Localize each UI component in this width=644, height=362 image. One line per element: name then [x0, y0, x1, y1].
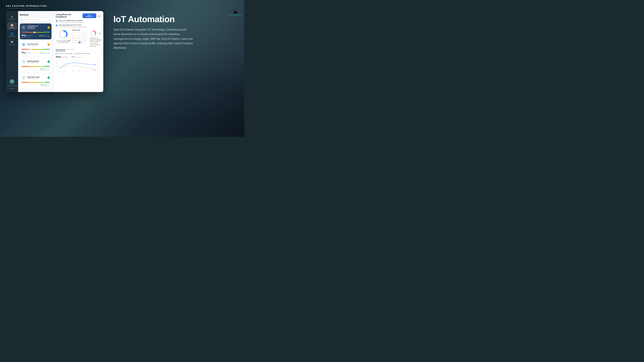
calendar-nav: ‹ › [86, 29, 87, 31]
dryer-efficiency-labels: Least Efficient Most Efficient [22, 48, 50, 49]
calendar-prev[interactable]: ‹ [86, 29, 86, 31]
ac-goal-label: Goal [39, 37, 50, 38]
svg-point-14 [94, 69, 95, 70]
suggestions-section: ⏰ Turn on at 3:50PM instead of 3:30PM we… [56, 20, 101, 28]
detail-title: Living Room Air Conditioner [56, 13, 82, 18]
dryer-device-icon: 🌀 [22, 42, 26, 47]
dryer-device-user: Boss Air-Dry 201-A [27, 45, 46, 46]
right-donut-labels: — 13% — 27% [98, 32, 101, 34]
emission-primary: 400kg CO₂e/Week [56, 55, 68, 58]
device-card-dryer[interactable]: 🌀 First Floor Dryer Boss Air-Dry 201-A !… [20, 41, 52, 56]
switch-account-label[interactable]: Switch Account Out [7, 85, 17, 86]
donut-wrap [58, 29, 68, 39]
light-efficiency-thumb [43, 82, 44, 83]
legend-dot-avg [74, 53, 75, 54]
ac-stats: 400kg CO₂e/Week Bad | Updated Apr 2 200k… [22, 34, 50, 38]
iot-description: Save Exit Glacier integrates IoT technol… [113, 27, 194, 50]
calendar-header: October 2020 ‹ › [72, 29, 87, 31]
ac-efficiency-bar [22, 32, 50, 33]
light-stat-right: 25kg CO₂e/Week Good | Updated Apr 2 [40, 84, 50, 87]
ac-device-badge: ! [48, 26, 50, 29]
header-section: KEY FEATURE INTRODUCTION [0, 0, 244, 8]
device-card-header-ac: ❄ Living Room Air Conditioner Raheem 204… [22, 25, 50, 30]
emission-secondary-unit: CO₂e/Week [75, 56, 81, 58]
sidebar: ⊞ Dashboard 🏠 Devices 👥 Teammates 🏔 Exit… [6, 11, 18, 92]
section-label: KEY FEATURE INTRODUCTION [6, 5, 238, 7]
washer-efficiency-bar [22, 66, 50, 67]
sidebar-item-devices[interactable]: 🏠 Devices [7, 22, 17, 30]
light-efficiency-wrap: Least Efficient Most Efficient [22, 81, 50, 83]
sidebar-label-dashboard: Dashboard [9, 18, 15, 20]
washer-goal-label: Very Good | Updated Apr 2 [39, 70, 50, 71]
sidebar-item-exit-glacier[interactable]: 🏔 Exit Glacier [7, 39, 17, 46]
washer-device-icon: 🫧 [22, 59, 26, 64]
washer-device-name: Washing Machine [27, 60, 46, 62]
device-card-header-dryer: 🌀 First Floor Dryer Boss Air-Dry 201-A ! [22, 42, 50, 47]
ac-stat-right: 200kg CO₂e/Week Goal [39, 35, 50, 38]
ac-efficiency-wrap: Least Efficient Most Efficient [22, 31, 50, 33]
main-layout: ⊞ Dashboard 🏠 Devices 👥 Teammates 🏔 Exit… [0, 8, 244, 92]
washer-efficiency-wrap: Least Efficient Most Efficient [22, 65, 50, 67]
apply-suggestion-button[interactable]: Apply Suggestion [82, 13, 96, 18]
ac-stat-val: 400kg [22, 34, 26, 36]
legend-avg: Average AC Emission(Today) [74, 53, 90, 54]
dryer-efficiency-wrap: Least Efficient Most Efficient [22, 48, 50, 50]
svg-text:October: October [94, 71, 96, 71]
dryer-stat-unit: CO₂e/Week [26, 52, 31, 53]
suggestion-temp: 🌡 Turn temperature from 70°F to 78°F 78°… [56, 24, 101, 27]
emission-secondary-val: 150 [71, 56, 74, 58]
emission-values: 400kg CO₂e/Week 150 CO₂e/Week [56, 55, 101, 58]
light-device-icon: 💡 [22, 75, 26, 80]
svg-text:June: June [65, 71, 66, 71]
devices-icon: 🏠 [10, 23, 14, 27]
tab-emission[interactable]: Emission(Co2e) [56, 49, 65, 51]
suggestion-text-time: Turn on at 3:50PM instead of 3:30PM we n… [59, 20, 84, 23]
search-bar[interactable]: 🔍 Search devices or anything ⚙ [20, 18, 52, 21]
calendar-next[interactable]: › [87, 29, 87, 31]
device-card-light[interactable]: 💡 Study Room Light Xiaomi Smart Light ✓ … [20, 74, 52, 88]
panel-main: Devices 🔍 Search devices or anything ⚙ ❄… [18, 11, 103, 92]
right-stat-section: — 13% — 27% During the last 30 days, the… [88, 29, 101, 47]
light-goal-val: 25kg CO₂e/Week [40, 84, 50, 86]
dryer-stat-label: Bad | Updated Apr 2 [22, 54, 31, 55]
ac-stat-goal-val: 200kg CO₂e/Week [39, 35, 50, 37]
emission-primary-unit: CO₂e/Week [62, 56, 68, 58]
notification-icon[interactable]: 🔔 [97, 14, 101, 17]
dryer-device-badge: ! [48, 43, 50, 46]
ac-efficiency-labels: Least Efficient Most Efficient [22, 31, 50, 32]
sidebar-item-dashboard[interactable]: ⊞ Dashboard [7, 14, 17, 21]
ac-stat-left: 400kg CO₂e/Week Bad | Updated Apr 2 [22, 34, 32, 38]
iot-title: IoT Automation [113, 14, 194, 24]
dryer-stat-right: 35kg CO₂e/Week Goal [40, 52, 50, 55]
device-card-ac[interactable]: ❄ Living Room Air Conditioner Raheem 204… [20, 23, 52, 39]
detail-header: Living Room Air Conditioner Apply Sugges… [56, 13, 101, 18]
logout-label[interactable]: Log Out [10, 88, 14, 89]
svg-text:0kg: 0kg [56, 69, 57, 70]
device-card-washer[interactable]: 🫧 Washing Machine Boss Free Wash 236 ✓ L… [20, 58, 52, 72]
donut-section: This Device generates 35% of your total … [56, 29, 71, 43]
light-efficiency-labels: Least Efficient Most Efficient [22, 81, 50, 82]
ac-device-info: Living Room Air Conditioner Raheem 20401 [27, 25, 46, 30]
emission-legend: This Device's Emission (Today) Average A… [56, 53, 101, 54]
dryer-efficiency-bar [22, 49, 50, 50]
washer-device-user: Boss Free Wash 236 [27, 62, 46, 63]
right-donut-chart [90, 30, 96, 37]
donut-chart [58, 29, 68, 39]
washer-efficiency-thumb [41, 66, 42, 67]
dryer-stats: 50kg CO₂e/Week Bad | Updated Apr 2 35kg … [22, 51, 50, 55]
right-section: IoT Automation Save Exit Glacier integra… [110, 11, 194, 50]
middle-section: This Device generates 35% of your total … [56, 29, 101, 47]
tab-glacier[interactable]: Glacier Impact [66, 49, 75, 51]
svg-text:400kg: 400kg [56, 63, 58, 64]
emission-line-chart: 600kg 400kg 200kg 0kg [56, 59, 101, 72]
washer-device-info: Washing Machine Boss Free Wash 236 [27, 60, 46, 63]
dryer-stat-val: 50kg [22, 52, 25, 53]
sidebar-item-teammates[interactable]: 👥 Teammates [7, 30, 17, 38]
dryer-goal-val: 35kg CO₂e/Week [40, 52, 50, 54]
light-device-info: Study Room Light Xiaomi Smart Light [27, 76, 46, 79]
sidebar-label-teammates: Teammates [9, 35, 16, 37]
sidebar-label-glacier: Exit Glacier [9, 43, 15, 45]
dryer-efficiency-thumb [30, 49, 32, 50]
suggestion-text-temp: Turn temperature from 70°F to 78°F 78°F … [59, 24, 87, 27]
ui-panel: ⊞ Dashboard 🏠 Devices 👥 Teammates 🏔 Exit… [6, 11, 103, 92]
